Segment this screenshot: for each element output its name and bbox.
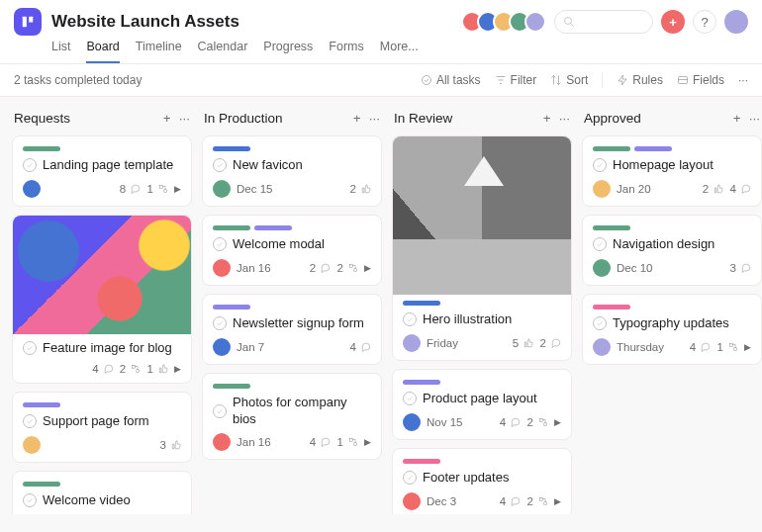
card-title: Footer updates	[423, 470, 509, 487]
complete-toggle[interactable]	[403, 392, 417, 405]
complete-toggle[interactable]	[593, 316, 607, 330]
column-in-production: In Production + ··· New favicon Dec 15 2…	[202, 109, 382, 514]
subtask-count: 2	[336, 262, 358, 274]
task-card[interactable]: Newsletter signup form Jan 7 4	[202, 294, 382, 365]
task-card[interactable]: Homepage layout Jan 20 2 4	[582, 135, 762, 207]
task-card[interactable]: New favicon Dec 15 2	[202, 135, 382, 207]
complete-toggle[interactable]	[213, 316, 227, 330]
assignee-avatar[interactable]	[213, 433, 231, 451]
add-card-button[interactable]: +	[163, 111, 171, 126]
all-tasks-filter[interactable]: All tasks	[421, 73, 481, 87]
column-menu-button[interactable]: ···	[179, 111, 190, 126]
complete-toggle[interactable]	[213, 404, 227, 418]
tab-list[interactable]: List	[51, 40, 70, 63]
complete-toggle[interactable]	[403, 312, 417, 326]
complete-toggle[interactable]	[23, 341, 37, 355]
complete-toggle[interactable]	[213, 158, 227, 172]
task-card[interactable]: Support page form 3	[12, 392, 192, 463]
sort-button[interactable]: Sort	[550, 73, 588, 87]
complete-toggle[interactable]	[593, 158, 607, 172]
complete-toggle[interactable]	[23, 414, 37, 428]
expand-icon[interactable]: ▶	[364, 437, 371, 447]
complete-toggle[interactable]	[593, 237, 607, 251]
tab-more[interactable]: More...	[380, 40, 419, 63]
column-menu-button[interactable]: ···	[559, 111, 570, 126]
expand-icon[interactable]: ▶	[554, 496, 561, 506]
svg-rect-5	[678, 77, 687, 84]
assignee-avatar[interactable]	[213, 180, 231, 198]
assignee-avatar[interactable]	[593, 338, 611, 356]
add-button[interactable]: +	[661, 10, 685, 34]
svg-rect-19	[349, 439, 352, 442]
assignee-avatar[interactable]	[23, 180, 41, 198]
card-tags	[403, 301, 561, 306]
task-card[interactable]: Welcome modal Jan 16 2 2 ▶	[202, 215, 382, 286]
tab-bar: List Board Timeline Calendar Progress Fo…	[0, 36, 762, 64]
add-card-button[interactable]: +	[733, 111, 741, 126]
expand-icon[interactable]: ▶	[554, 417, 561, 427]
column-requests: Requests + ··· Landing page template 8 1…	[12, 109, 192, 514]
complete-toggle[interactable]	[23, 493, 37, 507]
expand-icon[interactable]: ▶	[174, 184, 181, 194]
filter-button[interactable]: Filter	[495, 73, 537, 87]
tab-calendar[interactable]: Calendar	[198, 40, 248, 63]
assignee-avatar[interactable]	[403, 334, 421, 352]
assignee-avatar[interactable]	[213, 259, 231, 277]
avatar[interactable]	[524, 11, 546, 33]
more-button[interactable]: ···	[738, 73, 748, 87]
task-card[interactable]: Photos for company bios Jan 16 4 1 ▶	[202, 373, 382, 461]
rules-button[interactable]: Rules	[617, 73, 663, 87]
assignee-avatar[interactable]	[213, 338, 231, 356]
tag-pill	[23, 146, 60, 151]
card-title: Hero illustration	[423, 311, 512, 328]
search-input[interactable]	[554, 10, 653, 34]
due-date: Dec 3	[427, 495, 456, 507]
fields-button[interactable]: Fields	[677, 73, 724, 87]
complete-toggle[interactable]	[23, 158, 37, 172]
assignee-avatar[interactable]	[403, 413, 421, 431]
assignee-avatar[interactable]	[403, 492, 421, 510]
fields-icon	[677, 74, 689, 86]
card-title: Navigation design	[613, 236, 714, 253]
tab-progress[interactable]: Progress	[263, 40, 313, 63]
expand-icon[interactable]: ▶	[174, 364, 181, 374]
column-menu-button[interactable]: ···	[749, 111, 760, 126]
project-icon[interactable]	[14, 8, 42, 36]
task-card[interactable]: Feature image for blog 4 2 1 ▶	[12, 215, 192, 384]
task-card[interactable]: Typography updates Thursday 4 1 ▶	[582, 294, 762, 365]
complete-toggle[interactable]	[213, 237, 227, 251]
card-title: Newsletter signup form	[233, 315, 364, 332]
tag-pill	[593, 225, 630, 230]
task-card[interactable]: Welcome video	[12, 471, 192, 514]
assignee-avatar[interactable]	[593, 259, 611, 277]
expand-icon[interactable]: ▶	[364, 263, 371, 273]
profile-avatar[interactable]	[724, 10, 748, 34]
task-card[interactable]: Product page layout Nov 15 4 2 ▶	[392, 369, 572, 440]
tab-board[interactable]: Board	[86, 40, 119, 63]
svg-rect-27	[539, 497, 542, 500]
tab-timeline[interactable]: Timeline	[136, 40, 182, 63]
svg-rect-11	[133, 365, 136, 368]
expand-icon[interactable]: ▶	[744, 342, 751, 352]
due-date: Thursday	[617, 341, 664, 353]
task-card[interactable]: Landing page template 8 1 ▶	[12, 135, 192, 207]
tag-pill	[213, 146, 250, 151]
add-card-button[interactable]: +	[353, 111, 361, 126]
card-title: Photos for company bios	[233, 395, 371, 428]
task-card[interactable]: Hero illustration Friday 5 2	[392, 135, 572, 361]
card-tags	[593, 146, 751, 151]
kanban-board: Requests + ··· Landing page template 8 1…	[0, 97, 762, 526]
assignee-avatar[interactable]	[23, 436, 41, 454]
assignee-avatar[interactable]	[593, 180, 611, 198]
complete-toggle[interactable]	[403, 471, 417, 485]
svg-rect-24	[544, 423, 547, 426]
task-card[interactable]: Navigation design Dec 10 3	[582, 215, 762, 286]
card-tags	[593, 225, 751, 230]
column-menu-button[interactable]: ···	[369, 111, 380, 126]
help-button[interactable]: ?	[693, 10, 716, 34]
member-avatars[interactable]	[467, 11, 546, 33]
svg-point-4	[422, 76, 430, 85]
add-card-button[interactable]: +	[543, 111, 551, 126]
tab-forms[interactable]: Forms	[329, 40, 363, 63]
task-card[interactable]: Footer updates Dec 3 4 2 ▶	[392, 448, 572, 514]
